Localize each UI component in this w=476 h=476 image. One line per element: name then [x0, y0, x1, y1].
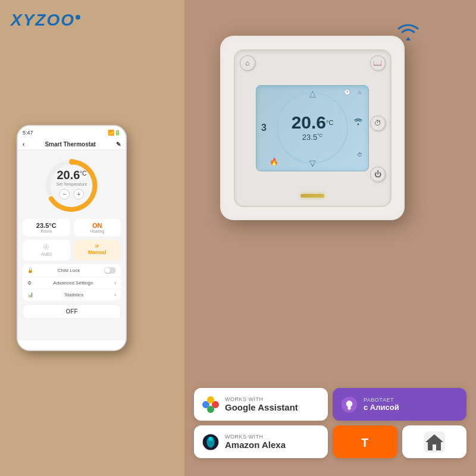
temp-circle-display: 20.6°C 23.5°C [277, 92, 348, 164]
phone-mockup: 5:47 📶🔋 ‹ Smart Thermostat ✎ 20.6°C Set … [17, 125, 127, 351]
phone-title: Smart Thermostat [45, 141, 96, 148]
brand-logo: XYZOO [11, 11, 80, 30]
alexa-name: Amazon Alexa [225, 440, 286, 450]
brand-name: XYZOO [11, 11, 75, 29]
heating-label: Heating [77, 229, 118, 233]
smarthome-badge [402, 425, 467, 458]
gauge-set-label: Set Temperature [57, 182, 87, 186]
settings-list: 🔒 Child Lock ⚙ Advanced Settings › 📊 Sta… [23, 264, 121, 300]
gauge-temperature: 20.6°C Set Temperature − + [57, 168, 87, 199]
child-lock-icon: 🔒 [27, 268, 33, 273]
google-assistant-badge: WORKS WITH Google Assistant [194, 388, 328, 421]
tuya-icon: T [354, 431, 375, 453]
google-works-with: WORKS WITH [225, 396, 298, 402]
statistics-item[interactable]: 📊 Statistics › [23, 289, 121, 300]
temp-decrease-btn[interactable]: − [60, 189, 70, 199]
gauge-controls: − + [57, 189, 87, 199]
temp-increase-btn[interactable]: + [74, 189, 84, 199]
child-lock-toggle[interactable] [104, 267, 116, 274]
current-temp-unit: °C [326, 119, 333, 126]
compatibility-badges: WORKS WITH Google Assistant Работает с А… [184, 388, 476, 458]
alexa-icon [201, 433, 220, 452]
power-off-btn[interactable]: OFF [23, 304, 121, 319]
chevron-right-icon: › [114, 280, 116, 286]
child-lock-label: Child Lock [58, 268, 80, 273]
timer-button[interactable]: ⏱ [370, 115, 386, 131]
settings-icon: ⚙ [27, 280, 32, 286]
wifi-screen-icon [354, 118, 362, 126]
room-temp-box: 23.5°C Room [23, 219, 70, 236]
led-indicator [300, 194, 324, 198]
svg-point-8 [347, 406, 350, 409]
child-lock-item[interactable]: 🔒 Child Lock [23, 264, 121, 277]
manual-icon: ☞ [77, 243, 118, 249]
google-name: Google Assistant [225, 402, 298, 412]
google-assistant-icon [201, 395, 220, 414]
svg-point-5 [207, 406, 214, 413]
logo-dot [76, 15, 80, 20]
alice-badge-text: Работает с Алисой [364, 397, 399, 412]
svg-point-11 [209, 437, 213, 441]
mode-row: Ⓐ Auto ☞ Manual [23, 240, 121, 261]
alexa-badge-text: WORKS WITH Amazon Alexa [225, 434, 286, 450]
chevron-right-icon-2: › [114, 292, 116, 298]
power-button[interactable]: ⏻ [370, 167, 386, 182]
room-temp-value: 23.5°C [26, 222, 67, 229]
svg-point-4 [207, 396, 214, 403]
status-icons: 📶🔋 [108, 130, 121, 136]
gauge-temp-unit: °C [80, 170, 86, 177]
svg-text:T: T [361, 436, 368, 449]
advanced-settings-item[interactable]: ⚙ Advanced Settings › [23, 277, 121, 289]
gauge-temp-value: 20.6 [57, 168, 80, 181]
auto-mode-btn[interactable]: Ⓐ Auto [23, 240, 70, 261]
svg-point-7 [346, 400, 353, 407]
thermostat-screen: △ ▽ 3 🕐 ⌂ ⏱ 🔥 20.6°C [256, 85, 369, 171]
alice-badge: Работает с Алисой [333, 388, 466, 421]
thermostat-device: ⌂ 📖 △ ▽ 3 🕐 ⌂ ⏱ 🔥 [220, 36, 405, 220]
statistics-label: Statistics [64, 292, 83, 298]
app-badges: T [333, 425, 466, 458]
manual-mode-btn[interactable]: ☞ Manual [74, 240, 121, 261]
flame-icon: 🔥 [270, 158, 278, 166]
auto-label: Auto [26, 251, 67, 257]
home-button[interactable]: ⌂ [240, 55, 255, 71]
set-temp-value: 23.5°C [302, 133, 322, 142]
main-temp-display: 20.6°C [292, 114, 334, 131]
schedule-button[interactable]: 📖 [370, 55, 386, 71]
phone-header: ‹ Smart Thermostat ✎ [18, 139, 126, 150]
phone-content: 20.6°C Set Temperature − + 23.5°C Room O… [18, 150, 126, 340]
stats-row: 23.5°C Room ON Heating [23, 219, 121, 236]
heating-status-value: ON [77, 222, 118, 229]
tuya-badge: T [333, 425, 397, 458]
svg-point-1 [69, 159, 75, 165]
smarthome-icon [424, 431, 445, 453]
set-temp-display: 23.5°C [302, 131, 322, 142]
stats-icon: 📊 [27, 292, 33, 298]
edit-icon[interactable]: ✎ [116, 141, 121, 148]
heating-status-box: ON Heating [74, 219, 121, 236]
timer-icon: ⏱ [357, 152, 362, 158]
current-temp-value: 20.6 [292, 112, 326, 132]
alexa-badge: WORKS WITH Amazon Alexa [194, 425, 328, 458]
alice-works-with: Работает [364, 397, 399, 403]
home-screen-icon: ⌂ [358, 89, 361, 95]
manual-label: Manual [77, 249, 118, 255]
alice-name: с Алисой [364, 403, 399, 412]
google-badge-text: WORKS WITH Google Assistant [225, 396, 298, 412]
thermostat-inner: ⌂ 📖 △ ▽ 3 🕐 ⌂ ⏱ 🔥 [234, 49, 392, 207]
advanced-settings-label: Advanced Settings [53, 280, 93, 286]
alexa-works-with: WORKS WITH [225, 434, 286, 440]
phone-status-bar: 5:47 📶🔋 [18, 126, 126, 139]
back-icon[interactable]: ‹ [23, 141, 24, 148]
temperature-gauge: 20.6°C Set Temperature − + [23, 156, 121, 215]
room-label: Room [26, 229, 67, 233]
auto-icon: Ⓐ [26, 243, 67, 251]
level-indicator: 3 [261, 123, 267, 133]
status-time: 5:47 [23, 130, 33, 136]
alice-icon [340, 395, 359, 414]
clock-icon: 🕐 [344, 89, 350, 95]
